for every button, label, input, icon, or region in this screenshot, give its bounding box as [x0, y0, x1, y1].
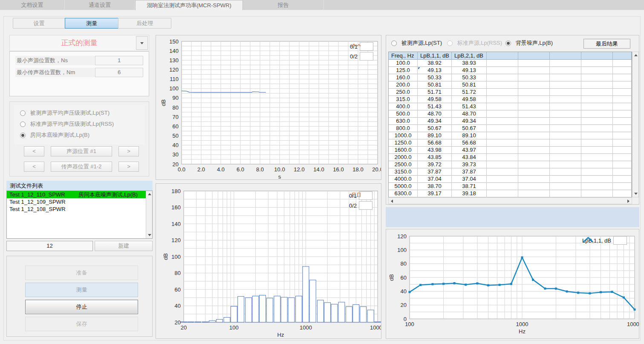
table-cell[interactable]: [518, 190, 550, 197]
table-cell[interactable]: 1250.0: [389, 139, 418, 147]
table-cell[interactable]: [581, 132, 613, 139]
table-cell[interactable]: 39.18: [452, 190, 487, 197]
table-cell[interactable]: 89.10: [452, 132, 487, 139]
table-cell[interactable]: 49.58: [418, 96, 452, 103]
table-cell[interactable]: 38.71: [452, 183, 487, 190]
table-cell[interactable]: [487, 190, 518, 197]
tab-report[interactable]: 报告: [243, 0, 324, 10]
table-cell[interactable]: 49.34: [418, 118, 452, 125]
table-cell[interactable]: 250.0: [389, 89, 418, 96]
table-cell[interactable]: [613, 89, 632, 96]
table-cell[interactable]: [518, 103, 550, 110]
table-cell[interactable]: [550, 110, 581, 118]
table-cell[interactable]: [518, 110, 550, 118]
file-list-scrollbar[interactable]: [146, 191, 152, 238]
table-cell[interactable]: 1000.0: [389, 132, 418, 139]
table-cell[interactable]: 48.70: [418, 110, 452, 118]
table-cell[interactable]: [518, 176, 550, 183]
measure-button[interactable]: 测量: [25, 283, 138, 297]
radio-lp-rss[interactable]: [20, 121, 26, 127]
table-cell[interactable]: 43.97: [452, 147, 487, 154]
table-cell[interactable]: [487, 103, 518, 110]
table-cell[interactable]: 37.87: [418, 168, 452, 176]
result-radio-lp-rss[interactable]: [447, 40, 453, 46]
list-item[interactable]: Test 1_12_110_SPWR 房间本底噪声测试,Lp(B): [7, 191, 152, 198]
table-vertical-scrollbar[interactable]: [632, 52, 639, 197]
table-cell[interactable]: [518, 139, 550, 147]
radio-lp-st[interactable]: [20, 110, 26, 116]
table-cell[interactable]: 37.04: [418, 176, 452, 183]
table-cell[interactable]: 50.67: [418, 125, 452, 132]
result-radio-lp-b[interactable]: [505, 40, 511, 46]
table-cell[interactable]: [613, 125, 632, 132]
new-file-button[interactable]: 新建: [95, 241, 153, 251]
source-position-next-button[interactable]: >: [118, 146, 139, 156]
table-cell[interactable]: [613, 183, 632, 190]
radio-lp-b[interactable]: [20, 133, 26, 138]
table-cell[interactable]: [550, 147, 581, 154]
table-cell[interactable]: [581, 89, 613, 96]
subtab-measure[interactable]: 测量: [65, 18, 118, 29]
table-cell[interactable]: 1600.0: [389, 147, 418, 154]
table-cell[interactable]: 50.67: [452, 125, 487, 132]
table-cell[interactable]: [613, 168, 632, 176]
table-cell[interactable]: [487, 161, 518, 168]
table-cell[interactable]: [487, 60, 518, 67]
table-cell[interactable]: [581, 67, 613, 74]
table-cell[interactable]: 100.0: [389, 60, 418, 67]
table-cell[interactable]: [550, 81, 581, 89]
table-cell[interactable]: 39.72: [418, 161, 452, 168]
table-cell[interactable]: [613, 139, 632, 147]
table-cell[interactable]: [581, 161, 613, 168]
tab-mcr-spwr[interactable]: 混响室法测试声功率(MCR-SPWR): [135, 0, 243, 10]
table-cell[interactable]: [550, 118, 581, 125]
table-cell[interactable]: 6300.0: [389, 190, 418, 197]
table-cell[interactable]: [518, 81, 550, 89]
scroll-right-icon[interactable]: [625, 198, 632, 204]
table-cell[interactable]: [581, 118, 613, 125]
table-cell[interactable]: 2000.0: [389, 154, 418, 161]
table-cell[interactable]: [487, 147, 518, 154]
table-cell[interactable]: 56.68: [452, 139, 487, 147]
table-cell[interactable]: 49.58: [452, 96, 487, 103]
subtab-postprocess[interactable]: 后处理: [118, 18, 171, 29]
table-cell[interactable]: [613, 118, 632, 125]
table-cell[interactable]: 89.10: [418, 132, 452, 139]
list-item[interactable]: Test 1_12_109_SPWR: [7, 198, 152, 205]
table-cell[interactable]: [581, 125, 613, 132]
table-cell[interactable]: [518, 74, 550, 81]
table-cell[interactable]: 49.13: [418, 67, 452, 74]
table-cell[interactable]: [613, 67, 632, 74]
table-cell[interactable]: [581, 81, 613, 89]
table-cell[interactable]: [613, 154, 632, 161]
stop-button[interactable]: 停止: [25, 300, 138, 314]
table-cell[interactable]: 500.0: [389, 110, 418, 118]
table-cell[interactable]: [518, 118, 550, 125]
table-cell[interactable]: [518, 161, 550, 168]
table-cell[interactable]: [581, 183, 613, 190]
tab-document-settings[interactable]: 文档设置: [0, 0, 65, 10]
table-cell[interactable]: 3150.0: [389, 168, 418, 176]
table-cell[interactable]: 38.70: [418, 183, 452, 190]
prepare-button[interactable]: 准备: [25, 266, 138, 280]
table-cell[interactable]: [487, 96, 518, 103]
table-cell[interactable]: 38.92: [418, 60, 452, 67]
table-cell[interactable]: [581, 190, 613, 197]
mic-position-button[interactable]: 传声器位置 #1-2: [51, 162, 112, 172]
table-cell[interactable]: [550, 176, 581, 183]
result-radio-lp-st[interactable]: [391, 40, 397, 46]
table-cell[interactable]: 51.72: [452, 89, 487, 96]
table-cell[interactable]: 160.0: [389, 74, 418, 81]
mode-dropdown-button[interactable]: [136, 36, 148, 50]
mic-position-prev-button[interactable]: <: [24, 162, 44, 172]
table-cell[interactable]: [613, 74, 632, 81]
table-cell[interactable]: [550, 190, 581, 197]
param-value-ns[interactable]: 1: [95, 56, 143, 65]
table-cell[interactable]: 50.81: [452, 81, 487, 89]
table-cell[interactable]: [550, 103, 581, 110]
table-cell[interactable]: 800.0: [389, 125, 418, 132]
table-cell[interactable]: [613, 190, 632, 197]
table-cell[interactable]: 43.85: [418, 154, 452, 161]
table-cell[interactable]: [613, 147, 632, 154]
source-position-prev-button[interactable]: <: [24, 146, 44, 156]
